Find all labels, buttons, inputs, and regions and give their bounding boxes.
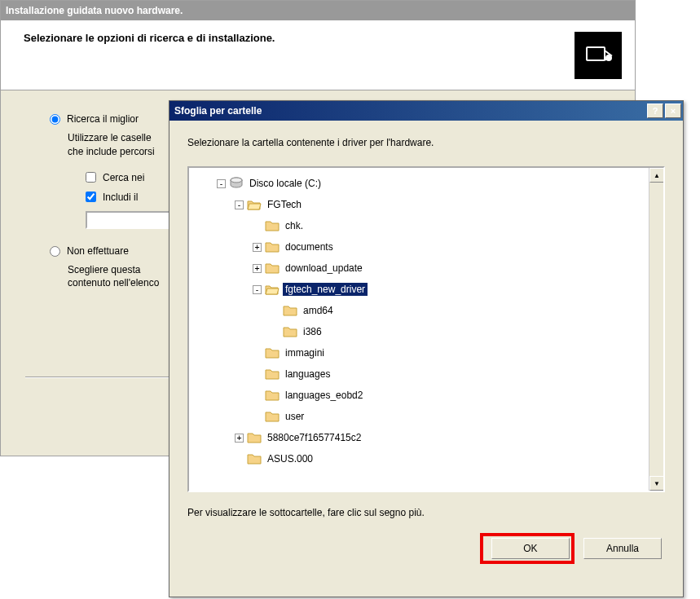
expander-placeholder (253, 412, 262, 421)
wizard-heading: Selezionare le opzioni di ricerca e di i… (24, 32, 635, 44)
browse-hint: Per visualizzare le sottocartelle, fare … (187, 507, 665, 518)
folder-icon (265, 389, 280, 402)
tree-row[interactable]: -Disco locale (C:) (192, 173, 660, 194)
tree-row[interactable]: +documents (192, 236, 660, 258)
tree-row[interactable]: chk. (192, 215, 660, 236)
expand-icon[interactable]: + (253, 243, 262, 252)
folder-icon (247, 452, 262, 465)
browse-titlebar[interactable]: Sfoglia per cartelle ? × (169, 101, 683, 121)
browse-instruction: Selezionare la cartella contenente i dri… (187, 137, 665, 148)
ok-button-highlight: OK (480, 533, 575, 564)
collapse-icon[interactable]: - (253, 285, 262, 294)
browse-folder-dialog: Sfoglia per cartelle ? × Selezionare la … (169, 100, 684, 597)
tree-node-label[interactable]: ASUS.000 (265, 452, 315, 465)
close-button[interactable]: × (665, 104, 681, 118)
tree-node-label[interactable]: documents (283, 240, 336, 253)
tree-node-label[interactable]: user (283, 410, 306, 423)
folder-tree-container: -Disco locale (C:)-FGTechchk.+documents+… (187, 166, 665, 492)
tree-row[interactable]: languages (192, 363, 660, 385)
check-search-media-label: Cerca nei (103, 172, 144, 183)
folder-icon (265, 368, 280, 381)
radio-search-best-input[interactable] (50, 114, 60, 125)
folder-icon (265, 410, 280, 423)
cancel-button[interactable]: Annulla (583, 538, 662, 559)
tree-node-label[interactable]: 5880ce7f16577415c2 (265, 431, 363, 444)
tree-node-label[interactable]: chk. (283, 219, 306, 232)
tree-row[interactable]: languages_eobd2 (192, 385, 660, 406)
expander-placeholder (253, 349, 262, 358)
folder-icon (265, 346, 280, 359)
check-include-location-label: Includi il (103, 192, 138, 203)
folder-icon (265, 262, 280, 275)
radio-search-best-label: Ricerca il miglior (67, 113, 139, 125)
tree-node-label[interactable]: FGTech (265, 198, 304, 211)
expand-icon[interactable]: + (235, 434, 244, 443)
tree-row[interactable]: +download_update (192, 258, 660, 279)
collapse-icon[interactable]: - (217, 179, 226, 188)
scroll-up-button[interactable]: ▲ (649, 168, 664, 183)
folder-icon (265, 240, 280, 253)
wizard-titlebar: Installazione guidata nuovo hardware. (1, 1, 635, 20)
tree-node-label[interactable]: immagini (283, 346, 327, 359)
folder-icon (283, 325, 297, 338)
folder-open-icon (265, 283, 280, 296)
browse-title: Sfoglia per cartelle (174, 105, 262, 117)
expander-placeholder (253, 222, 262, 231)
check-search-media-input[interactable] (86, 172, 96, 183)
radio-no-search-input[interactable] (50, 246, 60, 257)
browse-body: Selezionare la cartella contenente i dri… (169, 121, 683, 575)
expander-placeholder (253, 370, 262, 379)
browse-button-row: OK Annulla (187, 533, 665, 564)
folder-icon (247, 431, 262, 444)
tree-node-label[interactable]: languages_eobd2 (283, 389, 365, 402)
tree-row[interactable]: immagini (192, 342, 660, 363)
radio-no-search-label: Non effettuare (67, 245, 129, 257)
tree-row[interactable]: user (192, 406, 660, 427)
tree-row[interactable]: amd64 (192, 300, 660, 321)
tree-node-label[interactable]: i386 (301, 325, 324, 338)
drive-icon (229, 177, 244, 190)
check-include-location-input[interactable] (86, 192, 96, 202)
svg-point-3 (231, 178, 242, 183)
wizard-header-icon (575, 32, 622, 79)
wizard-header: Selezionare le opzioni di ricerca e di i… (1, 20, 635, 90)
folder-tree[interactable]: -Disco locale (C:)-FGTechchk.+documents+… (189, 168, 663, 474)
scroll-down-button[interactable]: ▼ (649, 476, 664, 491)
help-button[interactable]: ? (647, 104, 663, 118)
expand-icon[interactable]: + (253, 264, 262, 273)
ok-button[interactable]: OK (491, 538, 570, 559)
folder-icon (283, 304, 297, 317)
svg-point-1 (606, 55, 611, 60)
expander-placeholder (271, 306, 280, 315)
tree-row[interactable]: ASUS.000 (192, 448, 660, 469)
wizard-title: Installazione guidata nuovo hardware. (6, 5, 183, 16)
tree-node-label[interactable]: amd64 (301, 304, 336, 317)
tree-node-label[interactable]: download_update (283, 262, 365, 275)
titlebar-buttons: ? × (647, 104, 683, 118)
tree-node-label[interactable]: fgtech_new_driver (283, 283, 368, 296)
tree-node-label[interactable]: Disco locale (C:) (247, 177, 324, 190)
collapse-icon[interactable]: - (235, 200, 244, 209)
folder-open-icon (247, 198, 262, 211)
tree-row[interactable]: i386 (192, 321, 660, 342)
folder-icon (265, 219, 280, 232)
tree-row[interactable]: -fgtech_new_driver (192, 279, 660, 300)
svg-rect-0 (587, 47, 605, 60)
tree-scrollbar[interactable]: ▲ ▼ (649, 168, 663, 491)
tree-row[interactable]: -FGTech (192, 194, 660, 215)
expander-placeholder (253, 391, 262, 400)
expander-placeholder (235, 455, 244, 464)
tree-node-label[interactable]: languages (283, 368, 332, 381)
tree-row[interactable]: +5880ce7f16577415c2 (192, 427, 660, 448)
expander-placeholder (271, 328, 280, 337)
